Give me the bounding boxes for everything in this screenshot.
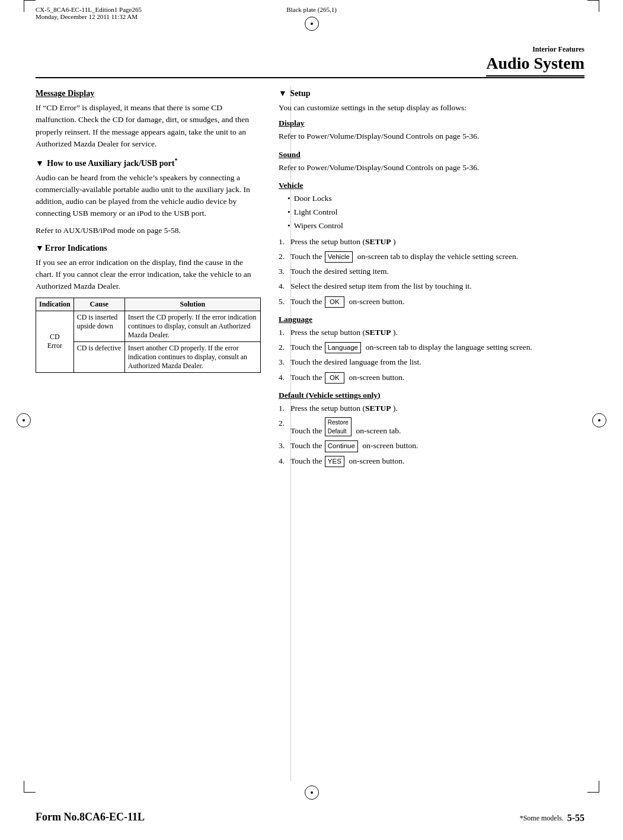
language-tab-button: Language — [325, 342, 361, 353]
list-item: 2.Touch the RestoreDefault on-screen tab… — [279, 417, 584, 437]
sound-heading: Sound — [279, 150, 584, 159]
display-heading: Display — [279, 119, 584, 128]
default-heading: Default (Vehicle settings only) — [279, 391, 584, 400]
page-header-left: CX-5_8CA6-EC-11L_Edition1 Page265 Monday… — [36, 6, 142, 20]
table-header-cause: Cause — [74, 298, 124, 311]
list-item: 4.Select the desired setup item from the… — [279, 280, 584, 292]
aux-asterisk: * — [174, 157, 177, 164]
list-item: 4.Touch the OK on-screen button. — [279, 372, 584, 384]
aux-body: Audio can be heard from the vehicle’s sp… — [36, 172, 261, 220]
main-title: Audio System — [486, 54, 584, 76]
setup-intro: You can customize settings in the setup … — [279, 102, 584, 114]
list-item: 1.Press the setup button (SETUP ) — [279, 236, 584, 248]
asterisk-note: *Some models. — [520, 814, 564, 823]
sound-body: Refer to Power/Volume/Display/Sound Cont… — [279, 162, 584, 174]
aux-section: How to use Auxiliary jack/USB port* Audi… — [36, 157, 261, 237]
vehicle-section: Vehicle Door Locks Light Control Wipers … — [279, 181, 584, 308]
list-item: 1.Press the setup button (SETUP ). — [279, 403, 584, 414]
aux-heading: How to use Auxiliary jack/USB port* — [36, 157, 261, 168]
list-item: Door Locks — [287, 193, 584, 205]
header-line1: CX-5_8CA6-EC-11L_Edition1 Page265 — [36, 6, 142, 13]
language-heading: Language — [279, 315, 584, 324]
list-item: Light Control — [287, 206, 584, 218]
right-column: Setup You can customize settings in the … — [279, 83, 584, 781]
list-item: 4.Touch the YES on-screen button. — [279, 455, 584, 467]
list-item: 3.Touch the desired language from the li… — [279, 356, 584, 368]
display-section: Display Refer to Power/Volume/Display/So… — [279, 119, 584, 142]
error-body: If you see an error indication on the di… — [36, 257, 261, 293]
message-display-body: If “CD Error” is displayed, it means tha… — [36, 102, 261, 150]
list-item: 2.Touch the Vehicle on-screen tab to dis… — [279, 251, 584, 263]
default-steps: 1.Press the setup button (SETUP ). 2.Tou… — [279, 403, 584, 467]
table-header-indication: Indication — [36, 298, 74, 311]
list-item: 5.Touch the OK on-screen button. — [279, 296, 584, 308]
page-number: 5-55 — [567, 813, 584, 823]
ok-button-vehicle: OK — [325, 296, 344, 308]
table-row: CDError CD is inserted upside down Inser… — [36, 311, 261, 341]
yes-button: YES — [325, 456, 344, 467]
left-column: Message Display If “CD Error” is display… — [36, 83, 261, 781]
language-section: Language 1.Press the setup button (SETUP… — [279, 315, 584, 384]
error-heading: Error Indications — [36, 244, 261, 253]
error-section: Error Indications If you see an error in… — [36, 244, 261, 373]
vehicle-list: Door Locks Light Control Wipers Control — [279, 193, 584, 232]
page-number-block: *Some models. 5-55 — [520, 813, 584, 823]
restore-default-tab: RestoreDefault — [325, 417, 352, 436]
vehicle-steps: 1.Press the setup button (SETUP ) 2.Touc… — [279, 236, 584, 308]
header-center: Black plate (265,1) — [286, 6, 337, 13]
display-body: Refer to Power/Volume/Display/Sound Cont… — [279, 130, 584, 142]
list-item: 1.Press the setup button (SETUP ). — [279, 327, 584, 338]
continue-button: Continue — [325, 440, 358, 452]
page-footer: Form No.8CA6-EC-11L *Some models. 5-55 — [36, 811, 584, 823]
error-table: Indication Cause Solution CDError CD is … — [36, 298, 261, 373]
vehicle-tab-button: Vehicle — [325, 251, 353, 263]
list-item: 3.Touch the desired setting item. — [279, 266, 584, 277]
form-number: Form No.8CA6-EC-11L — [36, 811, 145, 823]
category-label: Interior Features — [532, 45, 584, 53]
table-cell-indication: CDError — [36, 311, 74, 372]
table-cell-solution2: Insert another CD properly. If the error… — [124, 341, 260, 372]
list-item: 2.Touch the Language on-screen tab to di… — [279, 341, 584, 353]
table-cell-cause2: CD is defective — [74, 341, 124, 372]
sound-section: Sound Refer to Power/Volume/Display/Soun… — [279, 150, 584, 174]
content-area: Message Display If “CD Error” is display… — [36, 83, 584, 781]
message-display-section: Message Display If “CD Error” is display… — [36, 89, 261, 150]
list-item: 3.Touch the Continue on-screen button. — [279, 440, 584, 452]
title-rule — [36, 77, 584, 78]
table-cell-solution1: Insert the CD properly. If the error ind… — [124, 311, 260, 341]
section-title-block: Interior Features Audio System — [486, 44, 584, 76]
table-cell-cause1: CD is inserted upside down — [74, 311, 124, 341]
ok-button-language: OK — [325, 372, 344, 384]
setup-heading: Setup — [279, 89, 584, 98]
vehicle-heading: Vehicle — [279, 181, 584, 190]
message-display-heading: Message Display — [36, 89, 261, 98]
header-line2: Monday, December 12 2011 11:32 AM — [36, 13, 142, 20]
aux-refer: Refer to AUX/USB/iPod mode on page 5-58. — [36, 225, 261, 237]
language-steps: 1.Press the setup button (SETUP ). 2.Tou… — [279, 327, 584, 384]
list-item: Wipers Control — [287, 220, 584, 232]
default-section: Default (Vehicle settings only) 1.Press … — [279, 391, 584, 467]
table-header-solution: Solution — [124, 298, 260, 311]
